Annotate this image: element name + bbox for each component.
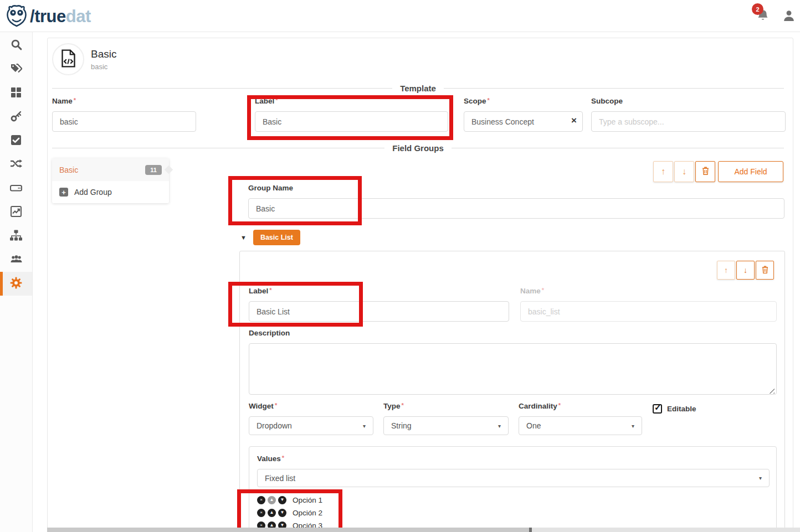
grid-icon: [11, 87, 22, 100]
sidebar-item-permissions[interactable]: [0, 105, 32, 129]
scrollbar-tick: [529, 528, 532, 532]
scope-clear-icon[interactable]: ×: [571, 115, 577, 126]
delete-field-button[interactable]: [756, 261, 774, 280]
collapse-field-icon[interactable]: ▼: [240, 234, 247, 241]
group-item-basic[interactable]: Basic 11: [52, 158, 169, 181]
arrow-down-icon: ↓: [682, 167, 686, 177]
sidebar-item-tags[interactable]: [0, 58, 32, 81]
group-name-label: Group Name: [248, 184, 784, 192]
values-label: Values*: [257, 454, 284, 463]
field-tab-basic-list[interactable]: Basic List: [253, 230, 300, 245]
delete-group-button[interactable]: [695, 161, 715, 182]
caret-down-icon: ▾: [498, 423, 501, 429]
logo-wordmark: /truedat: [30, 7, 91, 27]
move-group-up-button[interactable]: ↑: [653, 161, 673, 182]
widget-select[interactable]: Dropdown▾: [249, 416, 373, 435]
move-field-up-button[interactable]: ↑: [717, 261, 735, 280]
option-row: × ▲ ▼ Opción 2: [257, 507, 322, 519]
cardinality-select[interactable]: One▾: [519, 416, 642, 435]
field-toolbar: ↑ ↓: [716, 261, 774, 280]
sidebar-item-data-sources[interactable]: [0, 177, 32, 200]
template-avatar: [52, 43, 84, 75]
notification-count-badge: 2: [752, 3, 763, 15]
field-editor-card: ↑ ↓ Label* Name* Description Widget*: [239, 251, 785, 532]
subscope-field-label: Subcope: [591, 97, 786, 105]
add-group-button[interactable]: + Add Group: [52, 181, 169, 203]
template-name-input[interactable]: [52, 111, 196, 132]
sidebar-item-settings[interactable]: [0, 272, 32, 296]
name-field-label: Name*: [52, 97, 196, 105]
sidebar-nav: [0, 32, 33, 532]
caret-down-icon: ▾: [632, 423, 634, 429]
arrow-down-icon: ↓: [743, 266, 747, 275]
field-label-input[interactable]: [249, 301, 509, 322]
move-option-down-icon[interactable]: ▼: [278, 496, 286, 504]
move-option-down-icon[interactable]: ▼: [278, 509, 286, 517]
owl-logo-icon: [6, 4, 28, 29]
template-label-input[interactable]: [255, 111, 448, 132]
sidebar-item-quality[interactable]: [0, 129, 32, 153]
group-name-input[interactable]: [248, 198, 784, 219]
sidebar-item-lineage[interactable]: [0, 153, 32, 177]
group-field-count-badge: 11: [145, 165, 162, 175]
gear-icon: [10, 277, 22, 291]
scope-field-label: Scope*: [464, 97, 583, 105]
check-square-icon: [11, 135, 22, 148]
field-name-label: Name*: [520, 287, 777, 295]
sidebar-item-structures[interactable]: [0, 224, 32, 248]
type-select[interactable]: String▾: [383, 416, 509, 435]
chart-line-icon: [11, 206, 22, 219]
key-icon: [11, 110, 22, 124]
field-label-label: Label*: [249, 287, 509, 295]
caret-down-icon: ▾: [759, 475, 762, 481]
server-icon: [10, 182, 22, 195]
group-item-name: Basic: [59, 166, 78, 174]
widget-label: Widget*: [249, 402, 373, 410]
sidebar-item-groups[interactable]: [0, 248, 32, 272]
description-label: Description: [249, 329, 777, 337]
sidebar-item-modules[interactable]: [0, 81, 32, 105]
trash-icon: [702, 167, 709, 177]
group-toolbar: ↑ ↓ Add Field: [652, 161, 783, 182]
move-option-up-icon[interactable]: ▲: [268, 496, 276, 504]
page-title: Basic: [91, 48, 116, 60]
option-row: × ▲ ▼ Opción 1: [257, 494, 322, 506]
user-icon[interactable]: [783, 9, 795, 24]
move-field-down-button[interactable]: ↓: [736, 261, 755, 280]
add-field-button[interactable]: Add Field: [718, 161, 783, 182]
cardinality-label: Cardinality*: [519, 402, 642, 410]
scope-input[interactable]: [464, 111, 583, 132]
editable-checkbox[interactable]: ✓: [653, 404, 662, 414]
move-option-up-icon[interactable]: ▲: [268, 509, 276, 517]
truedat-logo[interactable]: /truedat: [6, 4, 91, 29]
users-icon: [10, 254, 23, 267]
sidebar-item-dashboards[interactable]: [0, 200, 32, 224]
horizontal-scrollbar-thumb[interactable]: [47, 528, 529, 532]
check-icon: ✓: [654, 402, 661, 412]
values-section: Values* Fixed list▾ × ▲ ▼ Opción 1 × ▲ ▼…: [249, 446, 777, 532]
template-section-heading: Template: [52, 84, 784, 93]
move-group-down-button[interactable]: ↓: [674, 161, 694, 182]
app-header: /truedat 2: [0, 0, 800, 32]
description-textarea[interactable]: [249, 343, 777, 395]
template-editor-panel: Basic basic Template Name* Label* Scope*…: [47, 38, 793, 532]
label-field-label: Label*: [255, 97, 448, 105]
values-type-select[interactable]: Fixed list▾: [257, 469, 770, 487]
option-text: Opción 2: [293, 509, 322, 517]
option-text: Opción 1: [293, 496, 322, 504]
remove-option-icon[interactable]: ×: [257, 496, 265, 504]
type-label: Type*: [383, 402, 509, 410]
arrow-up-icon: ↑: [724, 266, 728, 275]
tags-icon: [10, 63, 22, 76]
subscope-input[interactable]: [591, 111, 786, 132]
editable-label: Editable: [667, 405, 696, 413]
field-name-input: [520, 301, 777, 322]
plus-icon: +: [59, 188, 68, 197]
trash-icon: [762, 266, 768, 275]
add-group-label: Add Group: [74, 188, 112, 197]
sidebar-item-search[interactable]: [0, 34, 32, 58]
shuffle-icon: [10, 158, 23, 171]
remove-option-icon[interactable]: ×: [257, 509, 265, 517]
field-groups-section-heading: Field Groups: [52, 143, 784, 153]
selected-group-arrow-icon: [165, 166, 173, 174]
